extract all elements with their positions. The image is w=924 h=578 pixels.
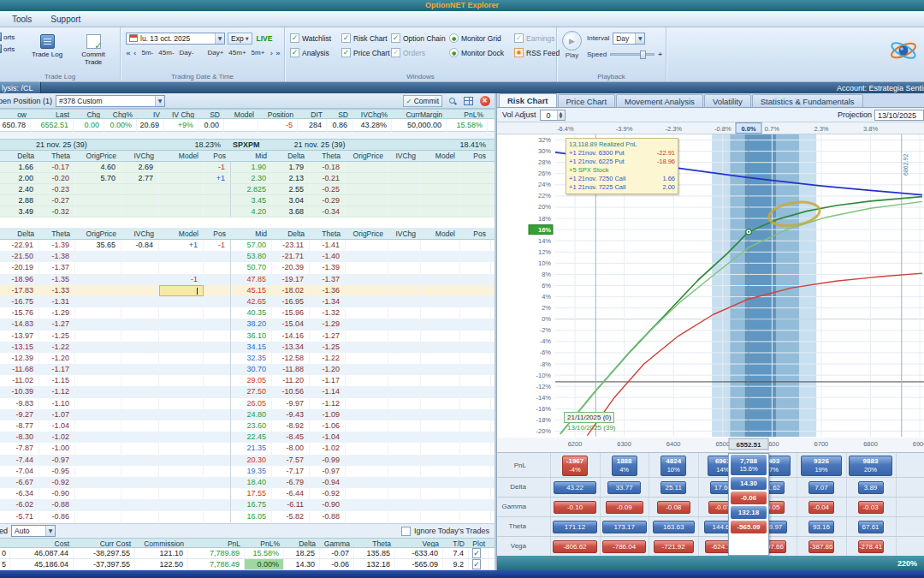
chain-cell[interactable]: -1.12 [310,398,346,409]
chain-cell[interactable] [460,184,491,194]
chain-cell[interactable]: -7.04 [3,466,39,477]
chain-cell[interactable] [75,398,121,409]
chain-cell[interactable]: -8.45 [272,432,310,443]
chain-cell[interactable] [346,274,388,285]
chain-cell[interactable]: -8.77 [3,420,39,432]
chain-row[interactable]: 2.40-0.232.8252.55-0.25 [0,184,495,195]
chain-cell[interactable]: -0.32 [39,206,75,217]
chain-cell[interactable] [75,296,121,307]
chain-cell[interactable]: -1.25 [310,342,346,353]
chain-cell[interactable] [121,432,159,443]
chain-cell[interactable]: 1.79 [272,162,310,172]
chain-cell[interactable] [159,195,204,206]
chain-cell[interactable] [421,274,460,285]
plot-checkbox[interactable]: ✓ [472,559,481,569]
chain-cell[interactable] [159,488,204,499]
chain-cell[interactable] [75,420,121,432]
chain-cell[interactable] [204,331,231,342]
chain-cell[interactable]: 53.80 [231,251,272,262]
chain-row[interactable]: -21.50-1.3853.80-21.71-1.40 [0,251,495,262]
chain-row[interactable]: -11.02-1.1529.05-11.20-1.17 [0,375,495,386]
chain-cell[interactable] [421,353,460,364]
chain-cell[interactable]: -1.25 [39,331,75,342]
chain-cell[interactable] [346,342,388,353]
chain-cell[interactable]: 2.825 [231,184,272,194]
chain-cell[interactable] [204,307,231,319]
chain-cell[interactable]: -0.88 [39,499,75,510]
chain-cell[interactable] [75,353,121,364]
chain-cell[interactable] [121,274,159,285]
chain-cell[interactable] [159,173,204,183]
chain-cell[interactable] [421,342,460,353]
chain-cell[interactable] [388,184,421,194]
chain-cell[interactable]: -6.34 [3,488,39,499]
chain-row[interactable]: -8.30-1.0222.45-8.45-1.04 [0,432,495,443]
chain-cell[interactable] [204,432,231,443]
chain-cell[interactable]: 27.50 [231,386,272,397]
chain-cell[interactable]: -16.75 [3,296,39,307]
chain-cell[interactable] [388,511,421,522]
chain-cell[interactable]: -1 [159,274,204,285]
chain-cell[interactable] [204,455,231,466]
chain-cell[interactable]: -0.25 [310,184,346,194]
chain-cell[interactable] [204,443,231,454]
chain-cell[interactable] [121,499,159,510]
chain-cell[interactable]: 2.40 [3,184,39,194]
cut-button-1[interactable]: orts [0,45,22,53]
chain-cell[interactable]: -9.43 [272,409,310,420]
chain-cell[interactable] [421,307,460,319]
chain-row[interactable]: -6.34-0.9017.55-6.44-0.92 [0,488,495,499]
chain-cell[interactable]: -0.92 [39,477,75,488]
chain-cell[interactable]: 35.65 [75,240,121,251]
chain-cell[interactable] [421,206,460,217]
chain-row[interactable]: -8.77-1.0423.60-8.92-1.06 [0,420,495,432]
chain-cell[interactable]: -1.32 [310,307,346,319]
chain-cell[interactable]: -1.15 [39,375,75,386]
chain-cell[interactable]: -1.38 [39,251,75,262]
chain-cell[interactable]: -0.27 [39,195,75,206]
chain-cell[interactable] [388,274,421,285]
chain-cell[interactable]: -13.15 [3,342,39,353]
chain-row[interactable]: -11.68-1.1730.70-11.88-1.20 [0,364,495,375]
chain-cell[interactable]: -15.76 [3,307,39,319]
chain-cell[interactable]: 5.70 [75,173,121,183]
chain-cell[interactable] [159,398,204,409]
chain-cell[interactable] [346,319,388,330]
chain-cell[interactable]: -0.17 [39,162,75,172]
chain-cell[interactable]: -1.29 [39,307,75,319]
chain-cell[interactable] [460,409,491,420]
chain-cell[interactable] [388,296,421,307]
chain-cell[interactable] [204,477,231,488]
chain-cell[interactable]: +1 [204,173,231,183]
chain-cell[interactable] [388,386,421,397]
chain-cell[interactable]: -22.91 [3,240,39,251]
chain-cell[interactable]: 2.30 [231,173,272,183]
chain-cell[interactable] [388,499,421,510]
chain-cell[interactable] [346,184,388,194]
trade-log-button[interactable]: Trade Log [26,31,68,69]
chain-cell[interactable]: -1.10 [39,398,75,409]
chain-cell[interactable] [388,488,421,499]
step-fwd-fast-icon[interactable]: » [275,49,281,57]
chain-cell[interactable] [204,409,231,420]
chain-cell[interactable] [460,386,491,397]
chain-cell[interactable] [388,206,421,217]
chain-cell[interactable]: -10.39 [3,386,39,397]
chain-cell[interactable] [421,173,460,183]
chain-cell[interactable]: -1.22 [310,353,346,364]
auto-select[interactable]: Auto ▼ [11,525,56,537]
chain-cell[interactable] [346,296,388,307]
chain-cell[interactable]: -17.83 [3,285,39,296]
chain-cell[interactable] [346,173,388,183]
chain-cell[interactable] [159,420,204,432]
chain-cell[interactable] [460,162,491,172]
chain-cell[interactable] [159,296,204,307]
chain-cell[interactable]: -0.90 [39,488,75,499]
chain-cell[interactable]: -0.88 [310,511,346,522]
chain-cell[interactable] [388,420,421,432]
chain-cell[interactable] [121,398,159,409]
chain-cell[interactable] [460,375,491,386]
chain-cell[interactable] [460,488,491,499]
chain-cell[interactable]: -1.00 [39,443,75,454]
chain-cell[interactable]: -13.97 [3,331,39,342]
